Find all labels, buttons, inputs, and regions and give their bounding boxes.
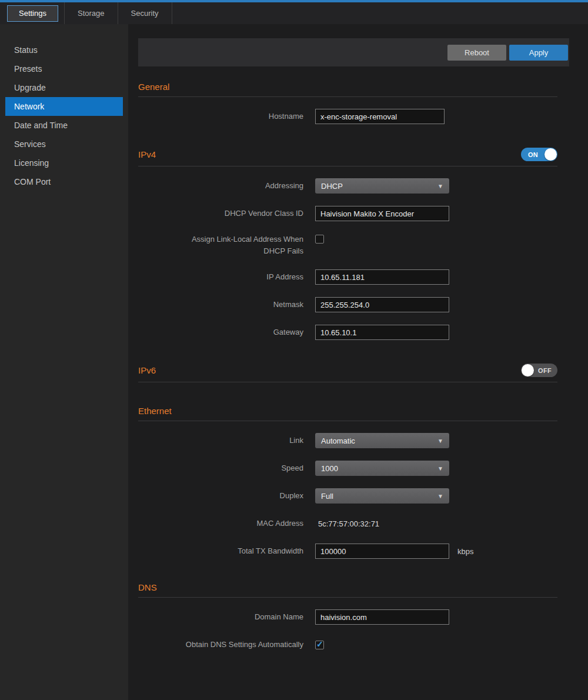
sidebar-item-licensing[interactable]: Licensing bbox=[0, 154, 128, 172]
section-title: General bbox=[138, 82, 169, 92]
dropdown-selected-value: 1000 bbox=[321, 464, 338, 473]
sidebar-item-com-port[interactable]: COM Port bbox=[0, 172, 128, 191]
section-ethernet-header: Ethernet bbox=[138, 406, 557, 421]
gateway-input[interactable] bbox=[315, 325, 449, 340]
link-local-checkbox[interactable] bbox=[315, 235, 324, 244]
toggle-knob bbox=[544, 148, 557, 161]
sidebar-item-label: Presets bbox=[14, 64, 42, 74]
sidebar-item-label: Network bbox=[14, 102, 44, 111]
sidebar-item-label: Upgrade bbox=[14, 83, 46, 92]
form-row-total-tx-bandwidth: Total TX Bandwidth kbps bbox=[138, 544, 557, 559]
total-tx-bandwidth-label: Total TX Bandwidth bbox=[138, 545, 315, 557]
sidebar: Status Presets Upgrade Network Date and … bbox=[0, 24, 128, 700]
form-row-addressing: Addressing DHCP ▼ bbox=[138, 178, 557, 194]
link-local-label: Assign Link-Local Address When DHCP Fail… bbox=[138, 234, 315, 257]
tab-security[interactable]: Security bbox=[118, 2, 172, 24]
speed-dropdown[interactable]: 1000 ▼ bbox=[315, 461, 449, 476]
sidebar-item-network[interactable]: Network bbox=[5, 97, 123, 116]
obtain-dns-checkbox[interactable] bbox=[315, 641, 324, 649]
section-dns-body: Domain Name Obtain DNS Settings Automati… bbox=[138, 598, 557, 652]
form-row-ip-address: IP Address bbox=[138, 269, 557, 285]
duplex-label: Duplex bbox=[138, 490, 315, 502]
chevron-down-icon: ▼ bbox=[437, 183, 443, 189]
hostname-label: Hostname bbox=[138, 111, 315, 122]
vendor-class-label: DHCP Vendor Class ID bbox=[138, 208, 315, 219]
form-row-mac-address: MAC Address 5c:77:57:00:32:71 bbox=[138, 516, 557, 531]
section-title: IPv4 bbox=[138, 149, 156, 159]
sidebar-item-label: Date and Time bbox=[14, 121, 68, 130]
apply-button[interactable]: Apply bbox=[509, 45, 568, 61]
section-dns: DNS Domain Name Obtain DNS Settings Auto… bbox=[138, 582, 557, 652]
dropdown-selected-value: Automatic bbox=[321, 436, 355, 445]
ip-address-input[interactable] bbox=[315, 269, 449, 285]
form-row-duplex: Duplex Full ▼ bbox=[138, 488, 557, 504]
vendor-class-input[interactable] bbox=[315, 206, 449, 221]
section-ethernet-body: Link Automatic ▼ Speed 1000 ▼ bbox=[138, 421, 557, 559]
domain-name-input[interactable] bbox=[315, 609, 449, 625]
reboot-button[interactable]: Reboot bbox=[447, 45, 506, 61]
dropdown-selected-value: Full bbox=[321, 492, 333, 501]
dropdown-selected-value: DHCP bbox=[321, 182, 343, 191]
mac-address-label: MAC Address bbox=[138, 518, 315, 529]
section-general-body: Hostname bbox=[138, 97, 557, 124]
section-title: IPv6 bbox=[138, 365, 156, 375]
sidebar-item-label: Services bbox=[14, 139, 46, 149]
tab-settings-label: Settings bbox=[19, 9, 46, 18]
section-dns-header: DNS bbox=[138, 582, 557, 598]
sidebar-item-label: Licensing bbox=[14, 158, 49, 168]
link-label: Link bbox=[138, 435, 315, 446]
sidebar-item-services[interactable]: Services bbox=[0, 135, 128, 154]
form-row-hostname: Hostname bbox=[138, 109, 557, 124]
form-row-vendor-class: DHCP Vendor Class ID bbox=[138, 206, 557, 221]
form-row-domain-name: Domain Name bbox=[138, 609, 557, 625]
link-dropdown[interactable]: Automatic ▼ bbox=[315, 433, 449, 448]
domain-name-label: Domain Name bbox=[138, 611, 315, 623]
section-general: General Hostname bbox=[138, 82, 557, 124]
netmask-label: Netmask bbox=[138, 299, 315, 311]
duplex-dropdown[interactable]: Full ▼ bbox=[315, 488, 449, 504]
sidebar-item-presets[interactable]: Presets bbox=[0, 59, 128, 78]
total-tx-bandwidth-input[interactable] bbox=[315, 544, 449, 559]
bandwidth-unit-label: kbps bbox=[457, 547, 473, 556]
section-title: DNS bbox=[138, 582, 157, 592]
main-content: Reboot Apply General Hostname IPv4 bbox=[128, 24, 588, 700]
section-title: Ethernet bbox=[138, 406, 172, 416]
sidebar-item-date-and-time[interactable]: Date and Time bbox=[0, 116, 128, 135]
hostname-input[interactable] bbox=[315, 109, 445, 124]
tab-settings[interactable]: Settings bbox=[7, 5, 58, 22]
tab-storage[interactable]: Storage bbox=[64, 2, 118, 24]
top-navigation-bar: Settings Storage Security bbox=[0, 0, 588, 24]
mac-address-value: 5c:77:57:00:32:71 bbox=[315, 519, 379, 528]
gateway-label: Gateway bbox=[138, 326, 315, 338]
section-general-header: General bbox=[138, 82, 557, 97]
form-row-obtain-dns: Obtain DNS Settings Automatically bbox=[138, 637, 557, 652]
form-row-gateway: Gateway bbox=[138, 325, 557, 340]
addressing-label: Addressing bbox=[138, 180, 315, 192]
section-ipv4-header: IPv4 ON bbox=[138, 148, 557, 166]
main-layout: Status Presets Upgrade Network Date and … bbox=[0, 24, 588, 700]
sidebar-item-status[interactable]: Status bbox=[0, 41, 128, 59]
toggle-state-label: OFF bbox=[538, 367, 552, 374]
ipv6-toggle[interactable]: OFF bbox=[521, 364, 557, 377]
section-ethernet: Ethernet Link Automatic ▼ Speed 1000 bbox=[138, 406, 557, 559]
toggle-state-label: ON bbox=[528, 151, 538, 158]
toggle-knob bbox=[522, 364, 534, 376]
ipv4-toggle[interactable]: ON bbox=[521, 148, 557, 161]
form-row-link: Link Automatic ▼ bbox=[138, 433, 557, 448]
speed-label: Speed bbox=[138, 462, 315, 474]
form-row-link-local: Assign Link-Local Address When DHCP Fail… bbox=[138, 234, 557, 257]
settings-sections: General Hostname IPv4 ON bbox=[138, 82, 557, 652]
tab-storage-label: Storage bbox=[78, 9, 105, 18]
chevron-down-icon: ▼ bbox=[437, 465, 443, 472]
chevron-down-icon: ▼ bbox=[437, 493, 443, 499]
form-row-speed: Speed 1000 ▼ bbox=[138, 461, 557, 476]
obtain-dns-label: Obtain DNS Settings Automatically bbox=[138, 639, 315, 651]
addressing-dropdown[interactable]: DHCP ▼ bbox=[315, 178, 449, 194]
netmask-input[interactable] bbox=[315, 297, 449, 312]
toolbar: Reboot Apply bbox=[138, 38, 569, 66]
section-ipv4: IPv4 ON Addressing DHCP ▼ bbox=[138, 148, 557, 340]
section-ipv6-header: IPv6 OFF bbox=[138, 364, 557, 382]
sidebar-item-label: COM Port bbox=[14, 177, 51, 186]
sidebar-item-upgrade[interactable]: Upgrade bbox=[0, 78, 128, 97]
form-row-netmask: Netmask bbox=[138, 297, 557, 312]
